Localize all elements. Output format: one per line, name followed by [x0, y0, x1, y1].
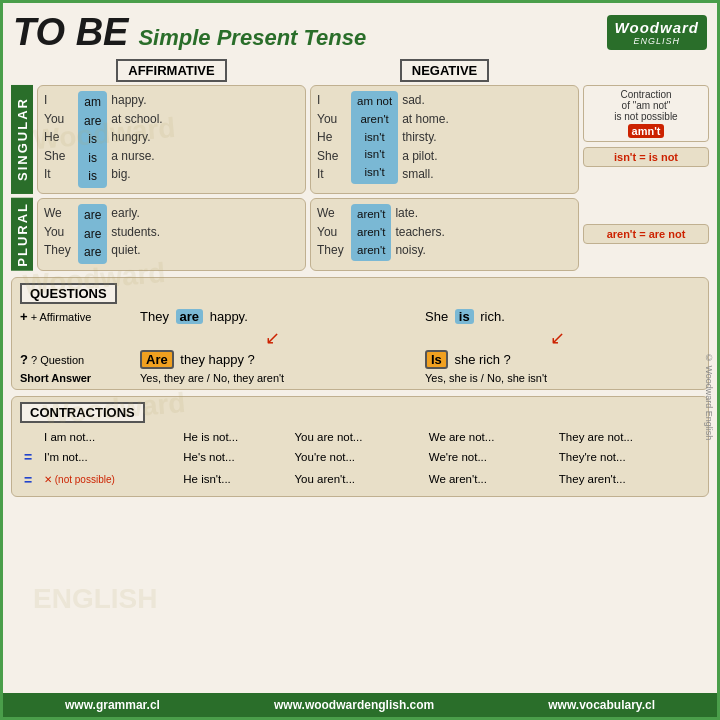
- is-q2: Is: [425, 350, 448, 369]
- singular-row: SINGULAR IYouHeSheIt amareisisis happy.a…: [3, 85, 717, 194]
- singular-affirmative-box: IYouHeSheIt amareisisis happy.at school.…: [37, 85, 306, 194]
- singular-aff-complements: happy.at school.hungry.a nurse.big.: [111, 91, 162, 184]
- plural-neg-verbs: aren'taren'taren't: [351, 204, 391, 261]
- happy-text: happy.: [210, 309, 248, 324]
- contr-short1-5: They're not...: [555, 446, 700, 468]
- contr-short1-2: He's not...: [179, 446, 290, 468]
- singular-aff-pronouns: IYouHeSheIt: [44, 91, 74, 184]
- arrow-left: ↙: [130, 327, 415, 349]
- amnt-highlight: amn't: [628, 124, 665, 138]
- affirmative-header: AFFIRMATIVE: [116, 59, 226, 82]
- contr-row-long: I am not... He is not... You are not... …: [20, 428, 700, 447]
- they-text: They: [140, 309, 169, 324]
- plural-affirmative-box: WeYouThey areareare early.students.quiet…: [37, 198, 306, 271]
- short-answer-text: Short Answer: [20, 372, 91, 384]
- side-notes: Contractionof "am not"is not possible am…: [583, 85, 709, 194]
- contr-long-5: They are not...: [555, 428, 700, 447]
- plural-negative-box: WeYouThey aren'taren'taren't late.teache…: [310, 198, 579, 271]
- question-label-text: ? Question: [31, 354, 84, 366]
- title-tobe: TO BE: [13, 11, 128, 54]
- title-block: TO BE Simple Present Tense: [13, 11, 366, 54]
- plural-aff-verbs: areareare: [78, 204, 107, 264]
- plural-neg-pronouns: WeYouThey: [317, 204, 347, 260]
- title-sub: Simple Present Tense: [138, 25, 366, 51]
- arent-note: aren't = are not: [583, 224, 709, 244]
- contractions-box: CONTRACTIONS ENGLISH I am not... He is n…: [11, 396, 709, 497]
- footer-link2[interactable]: www.woodwardenglish.com: [274, 698, 434, 712]
- amnt-note-text: Contractionof "am not"is not possible: [589, 89, 703, 122]
- plural-aff-complements: early.students.quiet.: [111, 204, 160, 260]
- watermark-english: ENGLISH: [33, 583, 157, 615]
- negative-header: NEGATIVE: [400, 59, 490, 82]
- contractions-section: CONTRACTIONS ENGLISH I am not... He is n…: [3, 396, 717, 497]
- q-q-label: ? ? Question: [20, 352, 130, 367]
- logo-sub: ENGLISH: [615, 36, 699, 46]
- singular-negative-box: IYouHeSheIt am notaren'tisn'tisn'tisn't …: [310, 85, 579, 194]
- arent-note-area: aren't = are not: [583, 198, 709, 271]
- contractions-title: CONTRACTIONS: [20, 402, 145, 423]
- singular-neg-complements: sad.at home.thirsty.a pilot.small.: [402, 91, 449, 184]
- questions-affirmative-row: + + Affirmative They are happy. She is r…: [20, 309, 700, 324]
- plus-symbol: +: [20, 309, 28, 324]
- questions-section: QUESTIONS + + Affirmative They are happy…: [3, 277, 717, 390]
- questions-box: QUESTIONS + + Affirmative They are happy…: [11, 277, 709, 390]
- q-aff-content1: They are happy.: [140, 309, 415, 324]
- contr-eq1: =: [20, 446, 40, 468]
- q1-rest: they happy ?: [180, 352, 254, 367]
- contr-eq-blank: [20, 428, 40, 447]
- q-aff-content2: She is rich.: [425, 309, 700, 324]
- copyright: © Woodward English: [704, 353, 714, 440]
- singular-aff-verbs: amareisisis: [78, 91, 107, 188]
- contr-long-4: We are not...: [425, 428, 555, 447]
- contr-short1-1: I'm not...: [40, 446, 179, 468]
- amnt-note: Contractionof "am not"is not possible am…: [583, 85, 709, 142]
- contr-long-3: You are not...: [290, 428, 424, 447]
- she-text: She: [425, 309, 448, 324]
- singular-neg-pronouns: IYouHeSheIt: [317, 91, 347, 184]
- logo-text: Woodward: [615, 19, 699, 36]
- short-answer-label: Short Answer: [20, 372, 130, 384]
- plural-row: PLURAL WeYouThey areareare early.student…: [3, 198, 717, 271]
- singular-label: SINGULAR: [11, 85, 33, 194]
- contr-short1-4: We're not...: [425, 446, 555, 468]
- page-header: TO BE Simple Present Tense Woodward ENGL…: [3, 3, 717, 59]
- question-symbol: ?: [20, 352, 28, 367]
- contr-row-short2: = ✕ (not possible) He isn't... You aren'…: [20, 469, 700, 491]
- short-answer-1: Yes, they are / No, they aren't: [140, 372, 415, 384]
- plural-label: PLURAL: [11, 198, 33, 271]
- logo-box: Woodward ENGLISH: [607, 15, 707, 50]
- arrow-right: ↙: [415, 327, 700, 349]
- is-highlight1: is: [455, 309, 474, 324]
- singular-neg-verbs: am notaren'tisn'tisn'tisn't: [351, 91, 398, 184]
- short-answer-row: Short Answer Yes, they are / No, they ar…: [20, 372, 700, 384]
- q-question-content1: Are they happy ?: [140, 350, 415, 369]
- questions-question-row: ? ? Question Are they happy ? Is she ric…: [20, 350, 700, 369]
- plural-neg-complements: late.teachers.noisy.: [395, 204, 444, 260]
- isnt-note: isn't = is not: [583, 147, 709, 167]
- rich-text: rich.: [480, 309, 505, 324]
- footer-link1[interactable]: www.grammar.cl: [65, 698, 160, 712]
- contr-short2-2: He isn't...: [179, 469, 290, 491]
- contr-row-short1: = I'm not... He's not... You're not... W…: [20, 446, 700, 468]
- arrows-row: ↙ ↙: [20, 327, 700, 349]
- contractions-table: I am not... He is not... You are not... …: [20, 428, 700, 491]
- aff-label-text: + Affirmative: [31, 311, 92, 323]
- questions-title: QUESTIONS: [20, 283, 117, 304]
- q-aff-label: + + Affirmative: [20, 309, 130, 324]
- are-highlight1: are: [176, 309, 204, 324]
- footer-link3[interactable]: www.vocabulary.cl: [548, 698, 655, 712]
- contr-long-1: I am not...: [40, 428, 179, 447]
- contr-eq2: =: [20, 469, 40, 491]
- arent-text: aren't = are not: [607, 228, 686, 240]
- q2-rest: she rich ?: [454, 352, 510, 367]
- are-q1: Are: [140, 350, 174, 369]
- contr-long-2: He is not...: [179, 428, 290, 447]
- footer: www.grammar.cl www.woodwardenglish.com w…: [3, 693, 717, 717]
- contr-short2-5: They aren't...: [555, 469, 700, 491]
- col-headers: AFFIRMATIVE NEGATIVE: [3, 59, 717, 85]
- isnt-text: isn't = is not: [614, 151, 678, 163]
- q-question-content2: Is she rich ?: [425, 350, 700, 369]
- contr-short2-3: You aren't...: [290, 469, 424, 491]
- contr-short2-1: ✕ (not possible): [40, 469, 179, 491]
- contr-short2-4: We aren't...: [425, 469, 555, 491]
